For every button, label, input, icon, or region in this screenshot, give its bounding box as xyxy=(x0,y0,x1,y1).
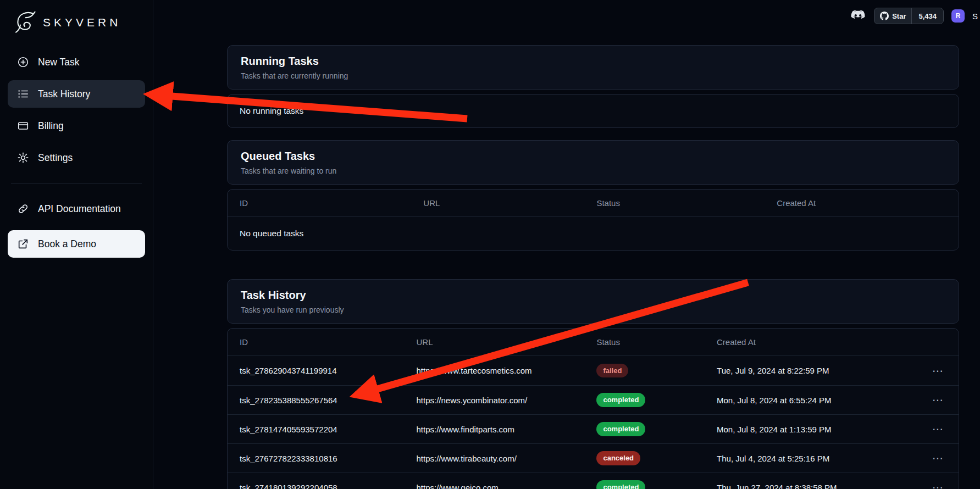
list-icon xyxy=(16,87,30,101)
task-status-cell: completed xyxy=(596,393,717,407)
task-actions-cell: ⋯ xyxy=(918,452,946,465)
task-status-cell: canceled xyxy=(596,451,717,465)
discord-icon[interactable] xyxy=(850,10,866,23)
section-title: Running Tasks xyxy=(241,55,945,68)
status-badge: failed xyxy=(596,364,628,378)
task-actions-cell: ⋯ xyxy=(918,393,946,407)
task-status-cell: failed xyxy=(596,364,717,378)
sidebar-item-new-task[interactable]: New Task xyxy=(8,48,145,76)
app-root: SKYVERN New Task Task History xyxy=(0,0,980,489)
github-star-count[interactable]: 5,434 xyxy=(911,8,943,24)
column-header-status: Status xyxy=(596,198,777,208)
book-a-demo-label: Book a Demo xyxy=(38,238,96,250)
status-badge: completed xyxy=(596,422,645,436)
sidebar-item-label: API Documentation xyxy=(38,203,121,215)
task-actions-cell: ⋯ xyxy=(918,481,946,489)
sidebar-item-label: Settings xyxy=(38,152,73,164)
row-actions-button[interactable]: ⋯ xyxy=(929,481,946,489)
task-id-cell: tsk_278147405593572204 xyxy=(240,425,417,434)
queued-tasks-empty: No queued tasks xyxy=(228,217,959,250)
user-avatar-initial: R xyxy=(956,12,961,20)
skyvern-logo-link[interactable]: SKYVERN xyxy=(8,7,145,48)
sidebar-item-billing[interactable]: Billing xyxy=(8,112,145,140)
brand-name: SKYVERN xyxy=(43,16,121,29)
skyvern-dragon-logo-icon xyxy=(12,10,37,35)
task-url-cell: https://www.finditparts.com xyxy=(417,425,597,434)
status-badge: canceled xyxy=(596,451,640,465)
github-icon xyxy=(880,12,889,20)
sidebar: SKYVERN New Task Task History xyxy=(0,0,153,489)
main-content: Star 5,434 R S Running Tasks Tasks that … xyxy=(153,0,980,489)
task-url-cell: https://www.tirabeauty.com/ xyxy=(417,454,597,463)
github-star-widget[interactable]: Star 5,434 xyxy=(874,8,944,24)
task-created-cell: Mon, Jul 8, 2024 at 6:55:24 PM xyxy=(717,396,918,405)
github-star-button[interactable]: Star xyxy=(874,8,911,24)
section-title: Queued Tasks xyxy=(241,150,945,163)
running-tasks-empty: No running tasks xyxy=(228,95,959,127)
column-header-created-at: Created At xyxy=(717,337,918,347)
task-created-cell: Tue, Jul 9, 2024 at 8:22:59 PM xyxy=(717,366,918,375)
section-subtitle: Tasks that are waiting to run xyxy=(241,166,945,175)
task-url-cell: https://www.tartecosmetics.com xyxy=(417,366,597,375)
column-header-created-at: Created At xyxy=(777,198,946,208)
task-row[interactable]: tsk_278235388555267564https://news.ycomb… xyxy=(228,385,959,414)
credit-card-icon xyxy=(16,119,30,132)
task-id-cell: tsk_274180139292204058 xyxy=(240,483,417,489)
book-a-demo-button[interactable]: Book a Demo xyxy=(8,230,145,258)
task-created-cell: Mon, Jul 8, 2024 at 1:13:59 PM xyxy=(717,425,918,434)
task-row[interactable]: tsk_278147405593572204https://www.findit… xyxy=(228,414,959,443)
link-icon xyxy=(16,202,30,215)
task-actions-cell: ⋯ xyxy=(918,423,946,436)
column-header-url: URL xyxy=(417,337,597,347)
task-status-cell: completed xyxy=(596,480,717,489)
row-actions-button[interactable]: ⋯ xyxy=(929,393,946,407)
status-badge: completed xyxy=(596,393,645,407)
sidebar-item-label: New Task xyxy=(38,57,80,68)
sidebar-divider xyxy=(11,184,142,184)
task-history-section: Task History Tasks you have run previous… xyxy=(227,279,959,489)
task-created-cell: Thu, Jun 27, 2024 at 8:38:58 PM xyxy=(717,483,918,489)
user-name-truncated: S xyxy=(972,12,980,21)
task-id-cell: tsk_278629043741199914 xyxy=(240,366,417,375)
gear-icon xyxy=(16,151,30,164)
section-subtitle: Tasks you have run previously xyxy=(241,305,945,314)
history-table-header-row: ID URL Status Created At xyxy=(228,329,959,356)
row-actions-button[interactable]: ⋯ xyxy=(929,423,946,436)
task-row[interactable]: tsk_278629043741199914https://www.tartec… xyxy=(228,356,959,385)
sidebar-item-task-history[interactable]: Task History xyxy=(8,80,145,108)
sidebar-item-label: Billing xyxy=(38,120,64,132)
column-header-status: Status xyxy=(596,337,717,347)
queued-tasks-header: Queued Tasks Tasks that are waiting to r… xyxy=(227,140,959,185)
running-tasks-table: No running tasks xyxy=(227,94,959,128)
task-history-header: Task History Tasks you have run previous… xyxy=(227,279,959,324)
row-actions-button[interactable]: ⋯ xyxy=(929,452,946,465)
running-tasks-section: Running Tasks Tasks that are currently r… xyxy=(227,45,959,128)
section-title: Task History xyxy=(241,289,945,302)
user-avatar[interactable]: R xyxy=(951,9,965,23)
task-url-cell: https://news.ycombinator.com/ xyxy=(417,396,597,405)
task-actions-cell: ⋯ xyxy=(918,364,946,377)
running-tasks-header: Running Tasks Tasks that are currently r… xyxy=(227,45,959,90)
external-link-icon xyxy=(16,237,30,251)
sidebar-item-api-documentation[interactable]: API Documentation xyxy=(8,195,145,223)
sidebar-item-settings[interactable]: Settings xyxy=(8,144,145,171)
row-actions-button[interactable]: ⋯ xyxy=(929,364,946,377)
task-id-cell: tsk_276727822333810816 xyxy=(240,454,417,463)
task-created-cell: Thu, Jul 4, 2024 at 5:25:16 PM xyxy=(717,454,918,463)
task-row[interactable]: tsk_274180139292204058https://www.geico.… xyxy=(228,473,959,489)
column-header-url: URL xyxy=(423,198,596,208)
queued-tasks-section: Queued Tasks Tasks that are waiting to r… xyxy=(227,140,959,251)
history-rows: tsk_278629043741199914https://www.tartec… xyxy=(228,356,959,489)
topbar: Star 5,434 R S xyxy=(850,8,980,24)
section-subtitle: Tasks that are currently running xyxy=(241,71,945,80)
queued-tasks-table: ID URL Status Created At No queued tasks xyxy=(227,189,959,251)
task-id-cell: tsk_278235388555267564 xyxy=(240,396,417,405)
queued-table-header-row: ID URL Status Created At xyxy=(228,190,959,217)
github-star-label: Star xyxy=(892,12,906,20)
task-url-cell: https://www.geico.com xyxy=(417,483,597,489)
task-status-cell: completed xyxy=(596,422,717,436)
task-row[interactable]: tsk_276727822333810816https://www.tirabe… xyxy=(228,443,959,473)
sidebar-item-label: Task History xyxy=(38,88,90,100)
column-header-id: ID xyxy=(240,337,417,347)
status-badge: completed xyxy=(596,480,645,489)
